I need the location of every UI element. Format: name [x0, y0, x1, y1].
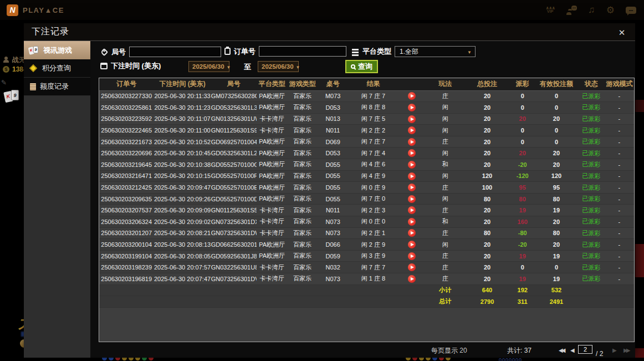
- play-video-button[interactable]: [408, 263, 416, 271]
- play-video-button[interactable]: [408, 184, 416, 191]
- play-video-button[interactable]: [408, 252, 416, 260]
- sidebar-item-video-games[interactable]: 视讯游戏: [24, 41, 90, 59]
- order-id-cell: 250630203222465: [99, 125, 154, 136]
- platform-cell: PA欧洲厅: [257, 250, 288, 262]
- order-input[interactable]: [259, 46, 346, 57]
- game-mode-cell: -: [605, 90, 634, 102]
- total-bet-cell: 20: [464, 102, 510, 114]
- table-row: 250630203212425 2025-06-30 20:09:47 GD05…: [99, 182, 634, 194]
- date-to-picker[interactable]: 2025/06/30: [258, 61, 299, 72]
- total-bet: 2790: [464, 296, 510, 308]
- close-icon[interactable]: ✕: [616, 27, 627, 38]
- valid-bet-cell: 0: [535, 102, 577, 114]
- play-video-button[interactable]: [408, 104, 416, 111]
- subtotal-row: 小计 640 192 532: [99, 284, 634, 296]
- platform-cell: PA欧洲厅: [257, 102, 288, 114]
- round-id-cell: GN073256301DX: [211, 216, 257, 228]
- last-page-icon[interactable]: [623, 347, 628, 353]
- round-id-cell: GN011256301S5: [211, 205, 257, 216]
- play-video-button[interactable]: [408, 92, 416, 100]
- play-video-button[interactable]: [408, 161, 416, 169]
- replay-cell: [398, 227, 426, 239]
- round-id-cell: GD06625630201: [211, 239, 257, 251]
- play-type-cell: 庄: [426, 90, 464, 102]
- chevron-down-icon: [296, 63, 300, 70]
- payout-cell: 0: [510, 90, 535, 102]
- music-icon[interactable]: [588, 4, 595, 16]
- settings-icon[interactable]: [606, 4, 615, 16]
- page-input[interactable]: [578, 345, 592, 354]
- table-no-cell: M073: [318, 90, 349, 102]
- status-cell: 已派彩: [578, 227, 605, 239]
- table-no-cell: D055: [318, 159, 349, 171]
- replay-cell: [398, 182, 426, 194]
- bet-records-panel: 订单号 下注时间 (美东) 局号 平台类型 游戏类型 桌号 结果 玩法 总投注 …: [99, 78, 635, 342]
- play-type-cell: 闲: [426, 102, 464, 114]
- background-counter: 0000000: [499, 357, 522, 361]
- prev-page-icon[interactable]: [570, 347, 575, 353]
- vip-icon[interactable]: [546, 7, 555, 13]
- next-page-icon[interactable]: [612, 347, 615, 353]
- play-video-button[interactable]: [408, 195, 416, 203]
- sidebar-item-label: 积分查询: [42, 63, 71, 73]
- replay-cell: [398, 170, 426, 182]
- payout-cell: 19: [510, 273, 535, 285]
- payout-cell: 19: [510, 205, 535, 216]
- platform-cell: PA欧洲厅: [257, 170, 288, 182]
- play-video-button[interactable]: [408, 172, 416, 180]
- play-video-button[interactable]: [408, 218, 416, 226]
- table-row: 250630203207537 2025-06-30 20:09:09 GN01…: [99, 205, 634, 216]
- play-video-button[interactable]: [408, 138, 416, 146]
- status-cell: 已派彩: [578, 239, 605, 251]
- platform-select[interactable]: 1.全部: [395, 46, 476, 57]
- table-no-cell: N073: [318, 216, 349, 228]
- query-button[interactable]: 查询: [345, 60, 378, 73]
- result-cell: 闲 4 庄 6: [349, 159, 398, 171]
- col-payout: 派彩: [510, 78, 535, 90]
- background-game-tile: [635, 348, 644, 358]
- subtotal-bet: 640: [464, 284, 510, 296]
- date-from-picker[interactable]: 2025/06/30: [188, 61, 229, 72]
- table-no-cell: N073: [318, 227, 349, 239]
- chat-icon[interactable]: [626, 7, 636, 14]
- user-icon: [3, 57, 9, 63]
- play-video-button[interactable]: [408, 229, 416, 237]
- table-row: 250630203223592 2025-06-30 20:11:07 GN01…: [99, 113, 634, 125]
- play-video-button[interactable]: [408, 149, 416, 157]
- result-cell: 闲 3 庄 9: [349, 250, 398, 262]
- col-game-type: 游戏类型: [288, 78, 318, 90]
- play-type-cell: 庄: [426, 227, 464, 239]
- platform-cell: 卡卡湾厅: [257, 125, 288, 136]
- play-video-button[interactable]: [408, 241, 416, 248]
- game-mode-cell: -: [605, 193, 634, 205]
- bet-time-cell: 2025-06-30 20:10:38: [154, 159, 211, 171]
- first-page-icon[interactable]: [559, 347, 564, 353]
- round-input[interactable]: [129, 47, 221, 57]
- game-mode-cell: -: [605, 102, 634, 114]
- play-video-button[interactable]: [408, 126, 416, 134]
- bet-time-cell: 2025-06-30 20:09:09: [154, 205, 211, 216]
- total-bet-cell: 20: [464, 239, 510, 251]
- valid-bet-cell: 95: [535, 182, 577, 194]
- game-mode-cell: -: [605, 227, 634, 239]
- play-video-button[interactable]: [408, 275, 416, 283]
- result-cell: 闲 7 庄 7: [349, 90, 398, 102]
- status-cell: 已派彩: [578, 205, 605, 216]
- calendar-icon: [100, 63, 108, 69]
- sidebar-item-points-query[interactable]: 积分查询: [24, 59, 90, 78]
- order-id-cell: 250630203196819: [99, 273, 154, 285]
- total-bet-cell: 120: [464, 170, 510, 182]
- result-cell: 闲 1 庄 8: [349, 273, 398, 285]
- sidebar-item-quota-records[interactable]: 额度记录: [24, 78, 90, 96]
- bet-time-cell: 2025-06-30 20:08:05: [154, 250, 211, 262]
- play-video-button[interactable]: [408, 206, 416, 214]
- play-video-button[interactable]: [408, 115, 416, 123]
- status-cell: 已派彩: [578, 136, 605, 148]
- coin-icon: [3, 66, 9, 73]
- bet-records-modal: 下注记录 ✕ 视讯游戏 积分查询 额度记录 局号: [24, 23, 635, 358]
- customer-service-icon[interactable]: [566, 6, 577, 15]
- game-type-cell: 百家乐: [288, 227, 318, 239]
- bet-table-body: 250630203227330 2025-06-30 20:11:33 GM07…: [99, 90, 634, 284]
- game-mode-cell: -: [605, 159, 634, 171]
- play-type-cell: 闲: [426, 239, 464, 251]
